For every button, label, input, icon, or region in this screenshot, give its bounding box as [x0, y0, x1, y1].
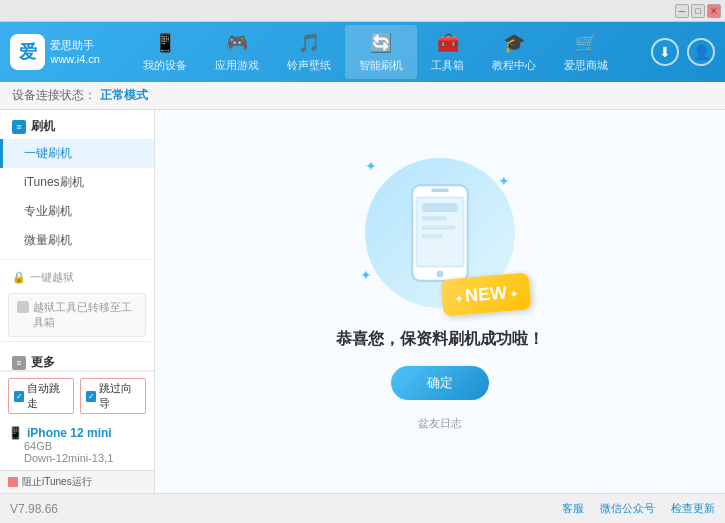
- sidebar: ≡ 刷机 一键刷机 iTunes刷机 专业刷机 微量刷机 🔒 一键越狱 越狱工具…: [0, 110, 155, 493]
- svg-rect-6: [422, 216, 446, 220]
- stop-icon: [8, 477, 18, 487]
- auto-jump-label: 自动跳走: [27, 381, 68, 411]
- nav-items: 📱 我的设备 🎮 应用游戏 🎵 铃声壁纸 🔄 智能刷机 🧰 工具箱 🎓 教程中心…: [100, 25, 651, 79]
- more-section-icon: ≡: [12, 356, 26, 370]
- device-name-row: 📱 iPhone 12 mini: [8, 426, 146, 440]
- sidebar-divider-2: [0, 341, 154, 342]
- wechat-link[interactable]: 微信公众号: [600, 501, 655, 516]
- itunes-bar[interactable]: 阻止iTunes运行: [0, 470, 154, 493]
- auto-jump-checkbox-container[interactable]: ✓ 自动跳走: [8, 378, 74, 414]
- itunes-label: 阻止iTunes运行: [22, 475, 92, 489]
- window-controls: ─ □ ✕: [675, 4, 721, 18]
- customer-service-link[interactable]: 客服: [562, 501, 584, 516]
- nav-label-apps-games: 应用游戏: [215, 58, 259, 73]
- close-button[interactable]: ✕: [707, 4, 721, 18]
- download-button[interactable]: ⬇: [651, 38, 679, 66]
- maximize-button[interactable]: □: [691, 4, 705, 18]
- nav-label-store: 爱思商城: [564, 58, 608, 73]
- sidebar-divider-1: [0, 259, 154, 260]
- nav-label-toolbox: 工具箱: [431, 58, 464, 73]
- device-section: 📱 iPhone 12 mini 64GB Down-12mini-13,1: [0, 420, 154, 470]
- svg-rect-8: [422, 234, 442, 238]
- toolbox-icon: 🧰: [436, 31, 460, 55]
- sidebar-checkboxes: ✓ 自动跳走 ✓ 跳过向导: [0, 371, 154, 420]
- minimize-button[interactable]: ─: [675, 4, 689, 18]
- lock-icon: 🔒: [12, 271, 26, 284]
- content-area: ✦ ✦ ✦ NEW 恭喜您，保资料刷机成功啦！ 确定 盆友日志: [155, 110, 725, 493]
- main-area: ≡ 刷机 一键刷机 iTunes刷机 专业刷机 微量刷机 🔒 一键越狱 越狱工具…: [0, 110, 725, 493]
- title-bar: ─ □ ✕: [0, 0, 725, 22]
- status-value: 正常模式: [100, 87, 148, 104]
- sidebar-item-pro-flash[interactable]: 专业刷机: [0, 197, 154, 226]
- nav-label-smart-flash: 智能刷机: [359, 58, 403, 73]
- smart-flash-icon: 🔄: [369, 31, 393, 55]
- phone-svg: [405, 183, 475, 283]
- jailbreak-notice: 越狱工具已转移至工具箱: [8, 293, 146, 337]
- nav-label-my-device: 我的设备: [143, 58, 187, 73]
- auto-jump-check-icon: ✓: [14, 391, 24, 402]
- skip-wizard-checkbox-container[interactable]: ✓ 跳过向导: [80, 378, 146, 414]
- nav-item-toolbox[interactable]: 🧰 工具箱: [417, 25, 478, 79]
- more-section-title: 更多: [31, 354, 55, 371]
- skip-wizard-label: 跳过向导: [99, 381, 140, 411]
- nav-label-tutorial: 教程中心: [492, 58, 536, 73]
- sidebar-item-one-click-flash[interactable]: 一键刷机: [0, 139, 154, 168]
- my-device-icon: 📱: [153, 31, 177, 55]
- svg-point-3: [437, 270, 444, 277]
- logo-icon: 爱: [10, 34, 45, 70]
- jailbreak-notice-text: 越狱工具已转移至工具箱: [33, 300, 137, 330]
- user-button[interactable]: 👤: [687, 38, 715, 66]
- nav-item-tutorial[interactable]: 🎓 教程中心: [478, 25, 550, 79]
- success-illustration: ✦ ✦ ✦ NEW 恭喜您，保资料刷机成功啦！ 确定 盆友日志: [336, 153, 544, 431]
- sparkle-icon-3: ✦: [360, 267, 372, 283]
- device-model: Down-12mini-13,1: [8, 452, 146, 464]
- nav-item-ringtones[interactable]: 🎵 铃声壁纸: [273, 25, 345, 79]
- store-link[interactable]: 盆友日志: [418, 416, 462, 431]
- flash-section-title: 刷机: [31, 118, 55, 135]
- nav-bar: 爱 爱思助手 www.i4.cn 📱 我的设备 🎮 应用游戏 🎵 铃声壁纸 🔄 …: [0, 22, 725, 82]
- svg-rect-7: [422, 225, 455, 229]
- store-icon: 🛒: [574, 31, 598, 55]
- ringtones-icon: 🎵: [297, 31, 321, 55]
- logo-text: 爱思助手 www.i4.cn: [50, 38, 100, 67]
- phone-badge-wrapper: ✦ ✦ ✦ NEW: [360, 153, 520, 313]
- apps-games-icon: 🎮: [225, 31, 249, 55]
- new-badge: NEW: [441, 272, 532, 317]
- nav-item-store[interactable]: 🛒 爱思商城: [550, 25, 622, 79]
- sidebar-item-micro-flash[interactable]: 微量刷机: [0, 226, 154, 255]
- logo-area[interactable]: 爱 爱思助手 www.i4.cn: [10, 34, 100, 70]
- device-storage: 64GB: [8, 440, 146, 452]
- skip-wizard-check-icon: ✓: [86, 391, 96, 402]
- sidebar-jailbreak-section: 🔒 一键越狱: [0, 264, 154, 289]
- bottom-bar: V7.98.66 客服 微信公众号 检查更新: [0, 493, 725, 523]
- sparkle-icon-2: ✦: [498, 173, 510, 189]
- sidebar-item-itunes-flash[interactable]: iTunes刷机: [0, 168, 154, 197]
- nav-label-ringtones: 铃声壁纸: [287, 58, 331, 73]
- version-label: V7.98.66: [10, 502, 58, 516]
- svg-rect-5: [422, 203, 458, 212]
- device-name: iPhone 12 mini: [27, 426, 112, 440]
- success-text: 恭喜您，保资料刷机成功啦！: [336, 329, 544, 350]
- nav-right: ⬇ 👤: [651, 38, 715, 66]
- phone-icon: 📱: [8, 426, 23, 440]
- sparkle-icon-1: ✦: [365, 158, 377, 174]
- svg-rect-2: [431, 188, 449, 191]
- sidebar-section-flash: ≡ 刷机: [0, 110, 154, 139]
- status-bar: 设备连接状态： 正常模式: [0, 82, 725, 110]
- check-update-link[interactable]: 检查更新: [671, 501, 715, 516]
- flash-section-icon: ≡: [12, 120, 26, 134]
- nav-item-apps-games[interactable]: 🎮 应用游戏: [201, 25, 273, 79]
- notice-lock-icon: [17, 301, 29, 313]
- status-label: 设备连接状态：: [12, 87, 96, 104]
- bottom-right: 客服 微信公众号 检查更新: [562, 501, 715, 516]
- nav-item-my-device[interactable]: 📱 我的设备: [129, 25, 201, 79]
- tutorial-icon: 🎓: [502, 31, 526, 55]
- nav-item-smart-flash[interactable]: 🔄 智能刷机: [345, 25, 417, 79]
- bottom-left: V7.98.66: [10, 502, 58, 516]
- jailbreak-label: 一键越狱: [30, 270, 74, 285]
- confirm-button[interactable]: 确定: [391, 366, 489, 400]
